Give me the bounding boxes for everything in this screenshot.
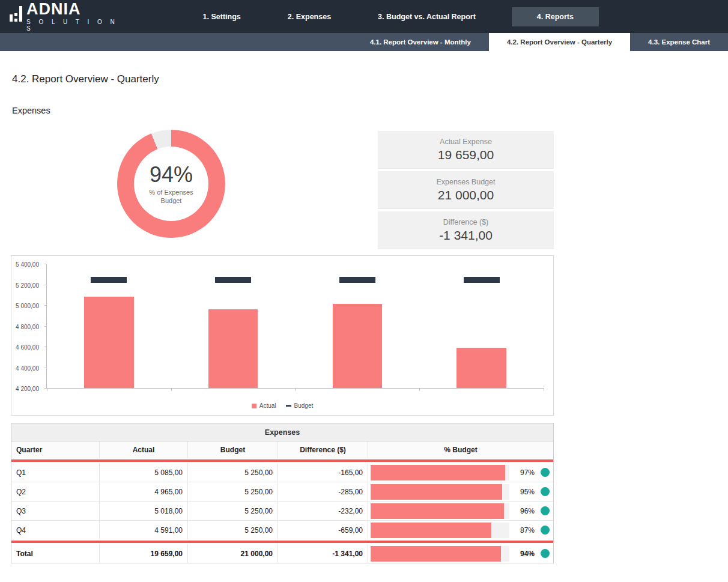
pct-value-label: 95% — [509, 488, 541, 496]
pct-value-label: 94% — [509, 550, 541, 558]
actual-bar-q2 — [208, 309, 258, 388]
summary-cards: Actual Expense19 659,00Expenses Budget21… — [378, 131, 554, 249]
actual-cell: 4 591,00 — [100, 521, 188, 539]
x-axis-tick — [171, 388, 172, 391]
pct-budget-cell: 95% — [368, 482, 553, 501]
table-divider-top — [11, 459, 553, 462]
chart-legend: ActualBudget — [11, 402, 553, 409]
difference-cell: -285,00 — [278, 482, 368, 501]
pct-budget-cell: 87% — [368, 521, 553, 539]
pct-value-label: 96% — [509, 507, 541, 515]
card-label: Actual Expense — [440, 138, 492, 146]
actual-cell: 4 965,00 — [100, 482, 188, 501]
quarter-cell: Q1 — [11, 463, 100, 482]
difference-cell: -165,00 — [278, 463, 368, 482]
top-nav-item-2[interactable]: 2. Expenses — [277, 7, 342, 26]
status-dot-icon — [541, 468, 550, 477]
table-title: Expenses — [11, 423, 553, 441]
sub-nav-tab-3[interactable]: 4.3. Expense Chart — [630, 33, 728, 51]
y-tick-label: 5 200,00 — [16, 282, 39, 288]
budget-cell: 5 250,00 — [188, 482, 278, 501]
x-axis-tick — [419, 388, 420, 391]
pct-bar-track — [371, 546, 509, 562]
status-dot-icon — [541, 526, 550, 535]
plot-area — [46, 264, 544, 389]
difference-cell: -1 341,00 — [278, 544, 368, 563]
column-header--budget: % Budget — [368, 441, 553, 458]
pct-bar-fill — [371, 523, 491, 538]
column-header-actual: Actual — [100, 441, 188, 458]
actual-bar-q3 — [333, 304, 383, 388]
donut-ring: 94% % of Expenses Budget — [117, 130, 225, 238]
summary-card-1: Actual Expense19 659,00 — [378, 131, 554, 169]
x-axis-tick — [296, 388, 296, 391]
budget-cell: 5 250,00 — [188, 463, 278, 482]
legend-label: Budget — [294, 402, 314, 409]
legend-item-budget: Budget — [286, 402, 314, 409]
donut-percent: 94% — [150, 163, 193, 186]
pct-bar-track — [371, 465, 509, 480]
donut-caption: % of Expenses Budget — [149, 188, 193, 205]
budget-donut-chart: 94% % of Expenses Budget — [117, 130, 225, 238]
y-axis-labels: 4 200,004 400,004 600,004 800,005 000,00… — [11, 264, 43, 389]
pct-budget-cell: 96% — [368, 502, 553, 520]
card-value: 19 659,00 — [438, 148, 494, 162]
table-total-row: Total19 659,0021 000,00-1 341,0094% — [11, 544, 553, 563]
budget-marker-q2 — [215, 277, 251, 283]
brand-name: ADNIA — [26, 1, 124, 17]
y-tick-label: 5 400,00 — [16, 261, 39, 268]
actual-cell: 5 085,00 — [100, 463, 188, 482]
column-header-budget: Budget — [188, 441, 278, 458]
page-title: 4.2. Report Overview - Quarterly — [12, 73, 554, 85]
sub-nav-tab-2[interactable]: 4.2. Report Overview - Quarterly — [489, 33, 630, 51]
summary-row: 94% % of Expenses Budget Actual Expense1… — [11, 130, 554, 249]
y-tick-label: 4 800,00 — [16, 323, 39, 330]
actual-bar-q4 — [457, 348, 506, 388]
budget-marker-q3 — [339, 277, 375, 283]
pct-bar-fill — [371, 484, 502, 500]
actual-cell: 5 018,00 — [100, 502, 188, 520]
pct-bar-fill — [371, 546, 501, 562]
pct-value-label: 97% — [509, 468, 541, 477]
quarter-cell: Q3 — [11, 502, 100, 520]
table-row: Q15 085,005 250,00-165,0097% — [11, 463, 553, 482]
table-header-row: QuarterActualBudgetDifference ($)% Budge… — [11, 441, 553, 458]
budget-cell: 5 250,00 — [188, 521, 278, 539]
card-label: Difference ($) — [443, 218, 489, 226]
legend-item-actual: Actual — [252, 402, 276, 409]
x-axis-tick — [544, 388, 544, 391]
card-label: Expenses Budget — [437, 178, 496, 186]
sub-nav-tab-1[interactable]: 4.1. Report Overview - Monthly — [352, 33, 489, 51]
budget-marker-q1 — [91, 277, 127, 283]
quarterly-bar-chart: 4 200,004 400,004 600,004 800,005 000,00… — [11, 255, 554, 416]
bar-group-q3 — [296, 264, 420, 388]
expenses-table: Expenses QuarterActualBudgetDifference (… — [11, 423, 554, 563]
budget-marker-q4 — [464, 277, 500, 283]
top-nav-item-4[interactable]: 4. Reports — [512, 7, 599, 26]
legend-square-swatch — [252, 404, 256, 408]
pct-value-label: 87% — [509, 526, 541, 535]
column-header-difference-: Difference ($) — [278, 441, 368, 458]
column-header-quarter: Quarter — [11, 441, 100, 458]
x-axis-tick — [47, 388, 47, 391]
summary-card-2: Expenses Budget21 000,00 — [378, 171, 554, 209]
difference-cell: -232,00 — [278, 502, 368, 520]
table-total-slot: Total19 659,0021 000,00-1 341,0094% — [11, 544, 553, 563]
section-title: Expenses — [12, 106, 554, 115]
table-divider-bottom — [11, 541, 553, 543]
top-nav-items: 1. Settings2. Expenses3. Budget vs. Actu… — [167, 7, 599, 26]
brand-logo: ADNIA S O L U T I O N S — [10, 1, 124, 32]
pct-budget-cell: 97% — [368, 463, 553, 482]
card-value: -1 341,00 — [439, 228, 493, 243]
legend-label: Actual — [259, 402, 276, 409]
y-tick-label: 5 000,00 — [16, 303, 39, 309]
quarter-cell: Q2 — [11, 482, 100, 501]
top-nav-item-3[interactable]: 3. Budget vs. Actual Report — [367, 7, 487, 26]
budget-cell: 21 000,00 — [188, 544, 278, 563]
y-tick-label: 4 600,00 — [16, 344, 39, 351]
table-body: Q15 085,005 250,00-165,0097%Q24 965,005 … — [11, 463, 553, 539]
legend-dash-swatch — [286, 405, 291, 407]
difference-cell: -659,00 — [278, 521, 368, 539]
top-nav-item-1[interactable]: 1. Settings — [192, 7, 252, 26]
pct-bar-track — [371, 523, 509, 538]
